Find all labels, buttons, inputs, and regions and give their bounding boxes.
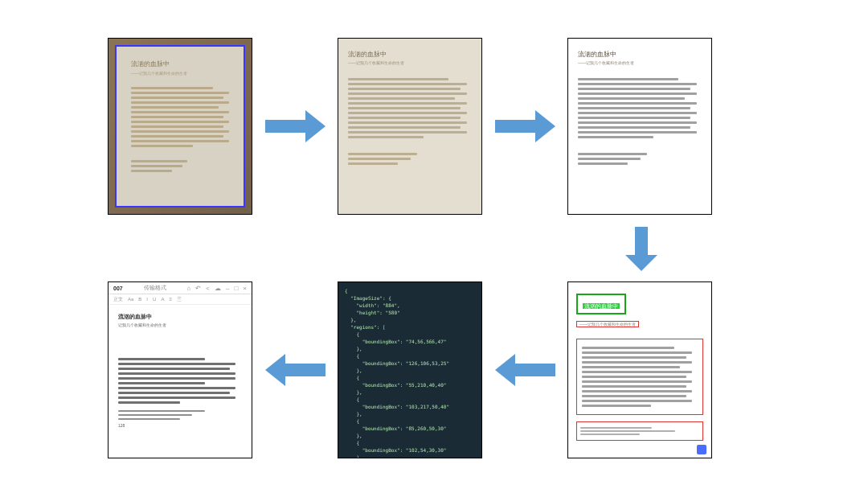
home-icon[interactable]: ⌂ [187, 285, 191, 292]
editor-status: 传输格式 [144, 284, 166, 292]
page-title: 流汹的血脉中 [348, 50, 473, 59]
tool-color[interactable]: A [161, 297, 164, 302]
stage-2-deskewed: 流汹的血脉中 ——记我几个收藏和生命的生者 [338, 38, 482, 215]
arrow-left-2 [265, 354, 326, 386]
page-title: 流汹的血脉中 [578, 50, 703, 59]
cloud-icon[interactable]: ☁ [215, 285, 221, 292]
arrow-left-1 [495, 354, 555, 386]
page-title: 流汹的血脉中 [131, 60, 234, 68]
doc-title: 流汹的血脉中 [118, 313, 242, 321]
stage-4-detections: 流汹的血脉中 ——记我几个收藏和生命的生者 [567, 281, 712, 458]
stage-3-cleaned: 流汹的血脉中 ——记我几个收藏和生命的生者 [567, 38, 712, 215]
tool-underline[interactable]: U [153, 297, 156, 302]
pagenum-detection-box [697, 445, 706, 454]
tool-style[interactable]: 正文 [113, 296, 123, 303]
close-icon[interactable]: × [243, 285, 247, 292]
page-subtitle: ——记我几个收藏和生命的生者 [131, 71, 234, 76]
stage-1-photo: 流汹的血脉中 ——记我几个收藏和生命的生者 [108, 38, 252, 215]
tool-font[interactable]: Aa [128, 297, 133, 302]
footnote-detection-box [576, 421, 703, 441]
subtitle-detection-box: ——记我几个收藏和生命的生者 [576, 321, 639, 327]
tool-bold[interactable]: B [138, 297, 141, 302]
doc-subtitle: 记我几个收藏和生命的生者 [118, 323, 242, 327]
pipeline-diagram: 流汹的血脉中 ——记我几个收藏和生命的生者 [0, 0, 868, 489]
editor-titlebar: 007 传输格式 ⌂ ↶ < ☁ – □ × [108, 282, 252, 294]
stage-5-json-output: { "ImageSize": { "width": "884", "height… [338, 281, 482, 458]
tool-italic[interactable]: I [146, 297, 148, 302]
arrow-right-2 [495, 110, 555, 142]
title-detection-box: 流汹的血脉中 [576, 294, 626, 314]
undo-icon[interactable]: ↶ [195, 285, 201, 292]
page-subtitle: ——记我几个收藏和生命的生者 [348, 60, 473, 65]
doc-pagenum: 128 [118, 423, 242, 428]
terminal-content: { "ImageSize": { "width": "884", "height… [338, 282, 481, 458]
minimize-icon[interactable]: – [226, 285, 229, 292]
share-icon[interactable]: < [206, 285, 210, 292]
body-detection-box [576, 339, 703, 415]
maximize-icon[interactable]: □ [234, 285, 238, 292]
stage-6-editor: 007 传输格式 ⌂ ↶ < ☁ – □ × 正文 Aa B [108, 281, 252, 458]
editor-filename: 007 [113, 286, 123, 291]
page-subtitle: ——记我几个收藏和生命的生者 [578, 60, 703, 65]
editor-toolbar: 正文 Aa B I U A ≡ 三 [108, 294, 252, 305]
arrow-right-1 [265, 110, 326, 142]
tool-list[interactable]: 三 [177, 296, 182, 303]
tool-align[interactable]: ≡ [169, 297, 172, 302]
arrow-down-1 [625, 227, 657, 271]
